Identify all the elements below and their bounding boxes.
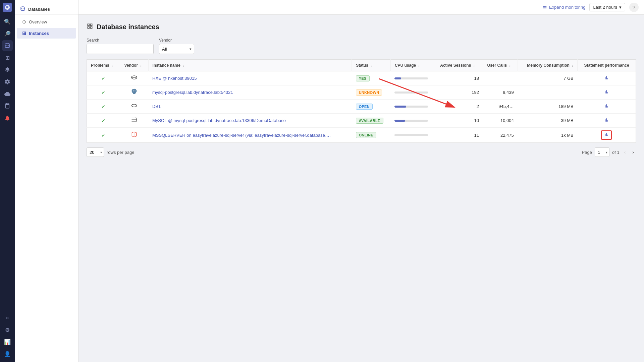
sidebar-icon-service[interactable] [2, 76, 13, 87]
col-active-sessions[interactable]: Active Sessions ↕ [436, 60, 483, 71]
sidebar-icon-cloud[interactable] [2, 88, 13, 99]
instances-icon: ⊞ [22, 31, 26, 36]
sidebar-item-instances[interactable]: ⊞ Instances [17, 28, 76, 39]
cell-vendor [120, 85, 148, 100]
expand-monitoring-label: Expand monitoring [549, 5, 585, 10]
search-filter-group: Search [87, 38, 154, 54]
cell-cpu [390, 85, 436, 100]
table-header-row: Problems ↕ Vendor ↕ Instance name ↕ Stat… [87, 60, 636, 71]
cell-memory: 1k MB [518, 128, 578, 143]
col-vendor[interactable]: Vendor ↕ [120, 60, 148, 71]
check-icon: ✓ [101, 75, 106, 81]
cell-cpu [390, 100, 436, 114]
sidebar-icon-home[interactable]: 🔍 [2, 16, 13, 27]
sidebar-icon-person[interactable]: 👤 [2, 349, 13, 359]
instance-name-link[interactable]: HXE @ hxehost:39015 [152, 76, 197, 81]
rows-per-page-label: rows per page [107, 150, 134, 155]
check-icon: ✓ [101, 104, 106, 109]
col-problems[interactable]: Problems ↕ [87, 60, 120, 71]
check-icon: ✓ [101, 132, 106, 138]
instance-name-link[interactable]: mysql-postgresql.lab.dynatrace.lab:54321 [152, 90, 233, 95]
sidebar-icon-search[interactable]: 🔎 [2, 28, 13, 39]
sidebar-icon-layers[interactable] [2, 64, 13, 75]
sidebar-icon-alert[interactable] [2, 113, 13, 123]
col-status[interactable]: Status ↕ [352, 60, 391, 71]
cell-stmt-perf [578, 100, 636, 114]
status-badge: YES [356, 75, 370, 81]
icon-sidebar: 🔍 🔎 ⊞ » ⚙ 📊 👤 [0, 0, 15, 362]
chart-button[interactable] [602, 74, 611, 82]
search-label: Search [87, 38, 154, 43]
vendor-label: Vendor [159, 38, 194, 43]
col-user-calls[interactable]: User Calls ↕ [483, 60, 518, 71]
search-input[interactable] [87, 44, 154, 54]
app-logo [3, 3, 12, 12]
db-header-icon [20, 6, 25, 12]
col-problems-sort: ↕ [111, 64, 113, 67]
filter-row: Search Vendor All Oracle MySQL PostgreSQ… [87, 38, 636, 54]
of-label: of 1 [612, 150, 620, 155]
vendor-icon [131, 89, 138, 96]
col-user-calls-label: User Calls [487, 63, 507, 68]
cell-stmt-perf [578, 85, 636, 100]
cell-memory: 39 MB [518, 114, 578, 128]
status-badge: AVAILABLE [356, 118, 383, 124]
chart-button[interactable] [602, 117, 611, 125]
cell-cpu [390, 114, 436, 128]
sidebar-icon-notebook[interactable] [2, 101, 13, 111]
col-stmt-perf-label: Statement performance [584, 63, 629, 68]
cell-status: YES [352, 71, 391, 85]
cell-vendor [120, 100, 148, 114]
cell-user-calls [483, 71, 518, 85]
prev-page-btn[interactable]: ‹ [622, 149, 628, 156]
col-instance-sort: ↕ [182, 64, 184, 67]
status-badge: ONLINE [356, 132, 376, 138]
sidebar-item-instances-label: Instances [29, 31, 49, 36]
cell-memory: 189 MB [518, 100, 578, 114]
vendor-select[interactable]: All Oracle MySQL PostgreSQL MSSQL [159, 44, 194, 54]
table-row: ✓mysql-postgresql.lab.dynatrace.lab:5432… [87, 85, 636, 100]
col-instance-name[interactable]: Instance name ↕ [148, 60, 352, 71]
sidebar-item-overview[interactable]: ⊙ Overview [17, 16, 76, 27]
col-user-calls-sort: ↕ [509, 64, 511, 67]
page-select[interactable]: 1 [595, 147, 609, 157]
cpu-bar-wrap [394, 134, 428, 136]
cpu-bar-wrap [394, 92, 428, 94]
col-vendor-sort: ↕ [140, 64, 142, 67]
sidebar-icon-settings[interactable]: ⚙ [2, 324, 13, 335]
table-row: ✓MSSQLSERVER on easytravelazure-sql-serv… [87, 128, 636, 143]
chart-button[interactable] [601, 130, 612, 140]
col-memory[interactable]: Memory Consumption ↕ [518, 60, 578, 71]
cell-vendor [120, 128, 148, 143]
status-badge: OPEN [356, 104, 373, 110]
chart-button[interactable] [602, 88, 611, 97]
cell-status: UNKNOWN [352, 85, 391, 100]
col-cpu[interactable]: CPU usage ↕ [390, 60, 436, 71]
pagination-row: 20 50 100 rows per page Page 1 of 1 ‹ › [87, 145, 636, 159]
cell-stmt-perf [578, 114, 636, 128]
cell-active-sessions: 192 [436, 85, 483, 100]
instance-name-link[interactable]: MySQL @ mysql-postgresql.lab.dynatrace.l… [152, 118, 286, 123]
rows-per-page-select[interactable]: 20 50 100 [87, 147, 104, 157]
help-button[interactable]: ? [629, 3, 639, 12]
cell-active-sessions: 2 [436, 100, 483, 114]
instance-name-link[interactable]: MSSQLSERVER on easytravelazure-sql-serve… [152, 133, 331, 138]
chart-button[interactable] [602, 103, 611, 111]
time-range-selector[interactable]: Last 2 hours ▾ [589, 3, 625, 11]
sidebar-icon-chart[interactable]: 📊 [2, 337, 13, 347]
sidebar-icon-expand[interactable]: » [2, 312, 13, 323]
cell-vendor [120, 114, 148, 128]
page-title-icon [87, 23, 93, 31]
cell-problems: ✓ [87, 85, 120, 100]
svg-point-3 [135, 90, 136, 92]
instance-name-link[interactable]: DB1 [152, 104, 161, 109]
cell-stmt-perf [578, 128, 636, 143]
cell-memory [518, 85, 578, 100]
col-cpu-label: CPU usage [395, 63, 416, 68]
next-page-btn[interactable]: › [630, 149, 636, 156]
expand-monitoring-btn[interactable]: Expand monitoring [542, 5, 585, 10]
sidebar-icon-apps[interactable]: ⊞ [2, 52, 13, 63]
status-badge: UNKNOWN [356, 89, 382, 96]
sidebar-icon-database[interactable] [2, 40, 13, 51]
sidebar-item-overview-label: Overview [29, 19, 47, 24]
